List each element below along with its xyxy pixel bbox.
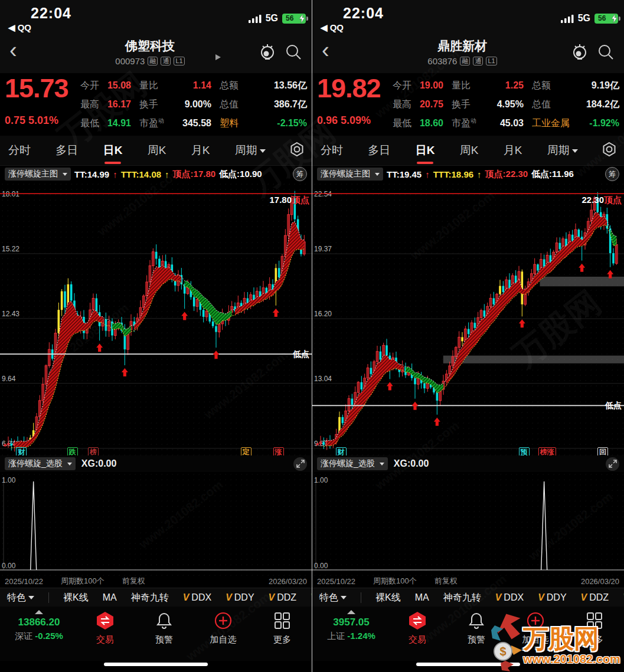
chart-settings-icon[interactable] — [602, 142, 617, 160]
expand-icon[interactable] — [606, 457, 619, 471]
market-index-button[interactable]: 13866.20 深证 -0.25% — [5, 610, 73, 642]
toolbar-ma[interactable]: MA — [415, 592, 429, 603]
tab-multiday[interactable]: 多日 — [54, 138, 79, 163]
stock-name: 鼎胜新材 — [365, 38, 559, 54]
toolbar-naked-k[interactable]: 裸K线 — [63, 592, 89, 604]
tab-multiday[interactable]: 多日 — [367, 138, 391, 163]
expand-icon[interactable] — [293, 457, 307, 471]
toolbar-ma[interactable]: MA — [103, 592, 117, 603]
back-button[interactable]: ‹ — [322, 38, 329, 63]
more-button[interactable]: 更多 — [570, 611, 619, 645]
tab-weekly-k[interactable]: 周K — [459, 138, 480, 163]
sub-indicator-bar: 涨停螺旋_选股 XG:0.00 — [0, 455, 312, 472]
home-indicator[interactable] — [104, 663, 208, 666]
bottom-nav-bar: 3957.05 上证 -1.24% 交易 预警 加自选 更多 — [312, 607, 624, 661]
field-label: 换手 — [139, 99, 158, 111]
field-label: 市盈动 — [139, 117, 164, 130]
toolbar-ddy[interactable]: VDDY — [538, 592, 566, 603]
tab-monthly-k[interactable]: 月K — [502, 138, 524, 163]
sub-indicator-chart[interactable]: 1.000.00 — [312, 472, 624, 576]
toolbar-magic-nine[interactable]: 神奇九转 — [443, 592, 481, 604]
alert-button[interactable]: 预警 — [139, 611, 189, 645]
main-indicator-selector[interactable]: 涨停螺旋主图 — [5, 168, 71, 181]
back-to-qq-link[interactable]: ◀ QQ — [321, 22, 344, 33]
sub-indicator-chart[interactable]: 1.000.00 — [0, 472, 312, 576]
quote-grid: 今开19.00 量比1.25 总额9.19亿 最高20.75 换手4.95% 总… — [393, 76, 619, 133]
quote-summary: 19.82 0.96 5.09% 今开19.00 量比1.25 总额9.19亿 … — [312, 73, 624, 136]
svg-text:16.20: 16.20 — [314, 310, 332, 318]
feature-menu[interactable]: 特色 — [319, 592, 347, 604]
tab-monthly-k[interactable]: 月K — [190, 138, 211, 163]
trade-button[interactable]: 交易 — [393, 611, 442, 645]
toolbar-ddz[interactable]: VDDZ — [269, 592, 297, 603]
indicator-toolbar: 特色 裸K线 MA 神奇九转 VDDX VDDY VDDZ V — [312, 588, 624, 607]
feature-menu[interactable]: 特色 — [7, 592, 34, 604]
tt-value: TT:19.45 — [387, 169, 422, 179]
alert-button[interactable]: 预警 — [452, 611, 501, 645]
toolbar-naked-k[interactable]: 裸K线 — [375, 592, 401, 604]
eye-monitor-icon[interactable] — [571, 42, 589, 64]
add-watchlist-button[interactable]: 加自选 — [511, 611, 560, 645]
tab-daily-k[interactable]: 日K — [102, 138, 124, 163]
svg-text:12.43: 12.43 — [2, 310, 19, 318]
home-indicator[interactable] — [416, 663, 520, 666]
tab-period[interactable]: 周期 — [234, 138, 267, 163]
toolbar-ddx[interactable]: VDDX — [183, 592, 211, 603]
back-to-qq-link[interactable]: ◀ QQ — [8, 22, 31, 33]
field-label: 总额 — [220, 80, 239, 92]
toolbar-ddx[interactable]: VDDX — [495, 592, 524, 603]
connect-badge: 通 — [473, 57, 483, 65]
main-kline-chart[interactable]: 22.5419.3716.2013.049.8722.30顶点低点 财预榜涨回 — [312, 182, 624, 459]
price-change: 0.75 5.01% — [5, 114, 58, 127]
adjust-mode[interactable]: 前复权 — [122, 576, 145, 586]
svg-text:1.00: 1.00 — [2, 476, 16, 484]
sub-indicator-selector[interactable]: 涨停螺旋_选股 — [5, 457, 76, 470]
margin-badge: 融 — [148, 57, 158, 65]
chart-settings-icon[interactable] — [289, 142, 305, 160]
index-change: -0.25% — [35, 631, 63, 641]
collapse-handle-icon[interactable] — [347, 610, 355, 614]
tab-daily-k[interactable]: 日K — [414, 138, 436, 163]
toolbar-magic-nine[interactable]: 神奇九转 — [131, 592, 169, 604]
sector-link[interactable]: 工业金属 — [532, 117, 570, 130]
market-index-button[interactable]: 3957.05 上证 -1.24% — [317, 610, 385, 642]
tab-period[interactable]: 周期 — [546, 138, 579, 163]
tt-value: TT:14.99 — [74, 169, 109, 179]
trade-icon — [95, 611, 115, 630]
battery-percent: 56 — [598, 14, 606, 22]
more-button[interactable]: 更多 — [257, 611, 307, 645]
level-badge: L1 — [174, 57, 184, 65]
collapse-handle-icon[interactable] — [35, 610, 43, 614]
tab-minute[interactable]: 分时 — [7, 138, 32, 163]
chips-distribution-button[interactable]: 筹 — [605, 167, 619, 181]
sub-indicator-selector[interactable]: 涨停螺旋_选股 — [317, 457, 388, 470]
trade-button[interactable]: 交易 — [80, 611, 130, 645]
field-value: 1.25 — [505, 80, 524, 91]
tab-weekly-k[interactable]: 周K — [146, 138, 168, 163]
search-icon[interactable] — [285, 42, 302, 64]
indicator-toolbar: 特色 裸K线 MA 神奇九转 VDDX VDDY VDDZ V — [0, 588, 312, 607]
sector-change: -1.92% — [589, 118, 619, 129]
toolbar-ddy[interactable]: VDDY — [226, 592, 254, 603]
toolbar-ddz[interactable]: VDDZ — [581, 592, 609, 603]
main-indicator-selector[interactable]: 涨停螺旋主图 — [317, 168, 383, 181]
chips-distribution-button[interactable]: 筹 — [293, 167, 307, 181]
field-value: 9.19亿 — [592, 80, 619, 92]
tab-minute[interactable]: 分时 — [319, 138, 344, 163]
main-kline-chart[interactable]: 18.0115.2212.439.646.8417.80顶点低点 财跌榜定涨 — [0, 182, 312, 459]
add-watchlist-button[interactable]: 加自选 — [198, 611, 248, 645]
battery-percent: 56 — [286, 14, 293, 22]
adjust-mode[interactable]: 前复权 — [434, 576, 458, 586]
svg-text:19.37: 19.37 — [314, 245, 332, 253]
back-button[interactable]: ‹ — [9, 38, 17, 63]
field-value: 184.2亿 — [586, 99, 619, 111]
search-icon[interactable] — [597, 42, 615, 64]
main-indicator-bar: 涨停螺旋主图 TT:19.45↑ TTT:18.96↑ 顶点:22.30 低点:… — [312, 166, 624, 182]
price-change: 0.96 5.09% — [317, 114, 371, 127]
field-label: 换手 — [452, 99, 471, 111]
panel-divider — [312, 0, 312, 672]
eye-monitor-icon[interactable] — [259, 42, 276, 64]
chart-footer: 2025/10/22 周期数100个 前复权 2026/03/20 — [317, 576, 619, 586]
sector-link[interactable]: 塑料 — [220, 117, 239, 130]
ttt-value: TTT:14.08 — [121, 169, 161, 179]
